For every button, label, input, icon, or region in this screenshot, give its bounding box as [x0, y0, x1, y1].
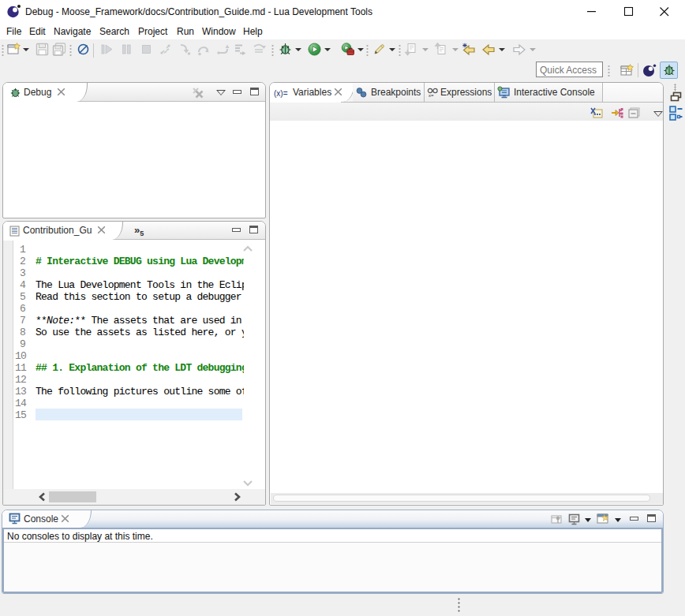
svg-text:x=: x= [429, 93, 434, 98]
